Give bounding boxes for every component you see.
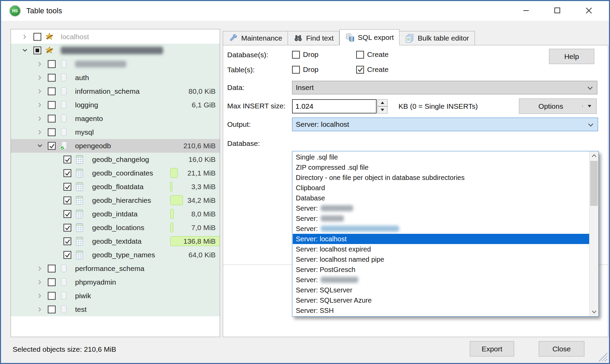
tree-row-geodb_changelog[interactable]: geodb_changelog16,0 KiB: [11, 153, 220, 166]
tree-checkbox-unchecked[interactable]: [48, 265, 56, 273]
expand-chevron-right-icon[interactable]: [36, 88, 44, 95]
tree-checkbox-checked[interactable]: [63, 169, 71, 177]
close-window-button[interactable]: [578, 1, 600, 20]
export-button[interactable]: Export: [470, 341, 514, 357]
expand-chevron-right-icon[interactable]: [36, 74, 44, 81]
tree-checkbox-checked[interactable]: [63, 197, 71, 204]
expand-chevron-right-icon[interactable]: [36, 278, 44, 286]
max-insert-field[interactable]: [292, 99, 377, 113]
tree-row-mysql[interactable]: mysql: [11, 125, 220, 139]
tree-row-geodb_floatdata[interactable]: geodb_floatdata3,3 MiB: [11, 180, 220, 194]
tree-checkbox-unchecked[interactable]: [48, 306, 56, 314]
tab-maintenance[interactable]: Maintenance: [223, 31, 288, 45]
tab-find-text[interactable]: Find text: [288, 31, 339, 45]
tree-checkbox-unchecked[interactable]: [48, 115, 56, 123]
tree-row-geodb_textdata[interactable]: geodb_textdata136,8 MiB: [11, 234, 220, 248]
dropdown-item[interactable]: Server: PostGresch: [293, 264, 589, 275]
dropdown-item[interactable]: Server: localhost: [293, 234, 589, 244]
tree-row-geodb_coordinates[interactable]: geodb_coordinates21,1 MiB: [11, 166, 220, 180]
tree-row-geodb_type_names[interactable]: geodb_type_names64,0 KiB: [11, 248, 220, 262]
spin-down-button[interactable]: [377, 106, 388, 113]
tree-row[interactable]: [11, 57, 220, 71]
tree-row-localhost[interactable]: localhost: [11, 30, 220, 44]
tree-row-label: piwik: [72, 289, 91, 303]
dropdown-item[interactable]: Server:: [293, 224, 589, 234]
tree-checkbox-checked[interactable]: [63, 251, 71, 259]
tree-row-geodb_locations[interactable]: geodb_locations7,0 MiB: [11, 221, 220, 234]
minimize-button[interactable]: [515, 1, 537, 20]
expand-chevron-right-icon[interactable]: [36, 128, 44, 136]
dropdown-item[interactable]: Server:: [293, 203, 589, 213]
tree-checkbox-unchecked[interactable]: [48, 101, 56, 109]
databases-drop-checkbox[interactable]: Drop: [292, 49, 319, 60]
dropdown-item[interactable]: Server: SQLserver: [293, 285, 589, 295]
expand-chevron-down-icon[interactable]: [21, 47, 29, 54]
tree-checkbox-checked[interactable]: [48, 142, 56, 150]
maximize-button[interactable]: [546, 1, 569, 20]
dropdown-item[interactable]: Server:: [293, 275, 589, 285]
tables-create-checkbox[interactable]: Create: [356, 64, 389, 75]
tree-checkbox-checked[interactable]: [63, 156, 71, 164]
dropdown-item-label: Server: SQLserver: [296, 286, 352, 294]
spin-up-button[interactable]: [377, 99, 388, 106]
tree-row-magento[interactable]: magento: [11, 112, 220, 125]
help-button[interactable]: Help: [549, 49, 594, 64]
expand-chevron-right-icon[interactable]: [36, 60, 44, 68]
expand-chevron-right-icon[interactable]: [36, 292, 44, 300]
dropdown-item[interactable]: ZIP compressed .sql file: [293, 162, 589, 172]
resize-grip[interactable]: [598, 352, 607, 361]
tree-row-opengeodb[interactable]: opengeodb210,6 MiB: [11, 139, 220, 153]
dropdown-item[interactable]: Single .sql file: [293, 152, 589, 162]
scrollbar-thumb[interactable]: [590, 161, 598, 206]
tree-checkbox-checked[interactable]: [63, 224, 71, 232]
tree-row-information_schema[interactable]: information_schema80,0 KiB: [11, 85, 220, 98]
tree-checkbox-unchecked[interactable]: [48, 74, 56, 82]
dropdown-scrollbar[interactable]: [589, 151, 598, 316]
tree-row-piwik[interactable]: piwik: [11, 289, 220, 303]
tree-checkbox-unchecked[interactable]: [48, 60, 56, 68]
tree-checkbox-checked[interactable]: [63, 238, 71, 245]
tree-row-geodb_hierarchies[interactable]: geodb_hierarchies34,2 MiB: [11, 194, 220, 207]
tree-checkbox-unchecked[interactable]: [33, 33, 41, 41]
tree-row-test[interactable]: test: [11, 303, 220, 316]
tree-row-performance_schema[interactable]: performance_schema: [11, 262, 220, 275]
max-insert-input[interactable]: [293, 100, 376, 113]
tree-checkbox-partial[interactable]: [33, 47, 41, 55]
options-button[interactable]: Options: [519, 102, 582, 110]
databases-create-checkbox[interactable]: Create: [356, 49, 389, 60]
tree-checkbox-unchecked[interactable]: [48, 292, 56, 300]
dropdown-item[interactable]: Server: SSH: [293, 305, 589, 316]
dropdown-item[interactable]: Directory - one file per object in datab…: [293, 172, 589, 183]
tab-sql-export[interactable]: SQL export: [339, 29, 400, 45]
tree-checkbox-unchecked[interactable]: [48, 88, 56, 95]
dropdown-item[interactable]: Server: localhost expired: [293, 244, 589, 254]
expand-chevron-right-icon[interactable]: [21, 33, 29, 41]
expand-chevron-right-icon[interactable]: [36, 115, 44, 122]
scrollbar-down-button[interactable]: [590, 307, 598, 316]
dropdown-item[interactable]: Server: SQLserver Azure: [293, 295, 589, 305]
expand-chevron-right-icon[interactable]: [36, 101, 44, 109]
tab-bulk-table-editor[interactable]: Bulk table editor: [400, 31, 475, 45]
tree-checkbox-checked[interactable]: [63, 210, 71, 218]
tree-row[interactable]: [11, 44, 220, 57]
tree-checkbox-unchecked[interactable]: [48, 278, 56, 286]
dropdown-item[interactable]: Server: localhost named pipe: [293, 254, 589, 264]
close-button[interactable]: Close: [539, 341, 584, 357]
tree-checkbox-unchecked[interactable]: [48, 128, 56, 136]
output-select[interactable]: Server: localhost: [292, 118, 598, 131]
dropdown-item[interactable]: Server:: [293, 213, 589, 224]
data-select[interactable]: Insert: [292, 81, 597, 94]
tree-row-auth[interactable]: auth: [11, 71, 220, 85]
tables-drop-checkbox[interactable]: Drop: [292, 64, 319, 75]
tree-checkbox-checked[interactable]: [63, 183, 71, 191]
expand-chevron-right-icon[interactable]: [36, 265, 44, 272]
tree-row-logging[interactable]: logging6,1 GiB: [11, 98, 220, 112]
tree-row-geodb_intdata[interactable]: geodb_intdata8,0 MiB: [11, 207, 220, 221]
expand-chevron-down-icon[interactable]: [36, 142, 44, 150]
tree-row-phpmyadmin[interactable]: phpmyadmin: [11, 275, 220, 289]
dropdown-item[interactable]: Clipboard: [293, 183, 589, 193]
options-dropdown-arrow[interactable]: [582, 105, 596, 107]
scrollbar-up-button[interactable]: [590, 151, 598, 160]
dropdown-item[interactable]: Database: [293, 193, 589, 203]
expand-chevron-right-icon[interactable]: [36, 306, 44, 313]
